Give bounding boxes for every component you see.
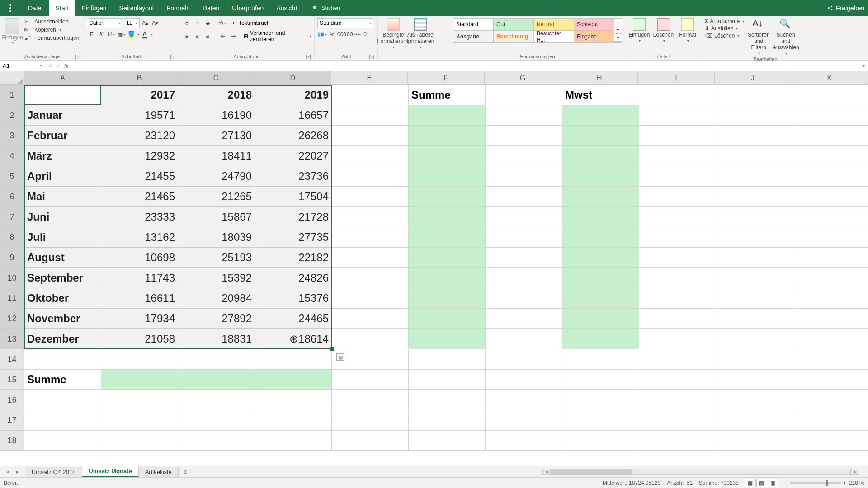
cell-E18[interactable]: [332, 431, 409, 451]
style-eingabe[interactable]: Eingabe: [574, 31, 614, 42]
tab-ueberpruefen[interactable]: Überprüfen: [226, 0, 270, 16]
cell-B5[interactable]: 21455: [101, 166, 178, 187]
cell-D18[interactable]: [255, 431, 332, 451]
cell-J6[interactable]: [716, 187, 793, 207]
row-header-14[interactable]: 14: [0, 349, 24, 370]
cell-D15[interactable]: [255, 370, 332, 390]
cell-K17[interactable]: [793, 410, 868, 431]
cell-A14[interactable]: [24, 349, 101, 370]
cell-J2[interactable]: [716, 105, 793, 126]
cell-I12[interactable]: [639, 309, 716, 329]
cell-F15[interactable]: [409, 370, 486, 390]
cell-B17[interactable]: [101, 410, 178, 431]
cell-E16[interactable]: [332, 390, 409, 410]
cell-K4[interactable]: [793, 146, 868, 166]
tab-formeln[interactable]: Formeln: [160, 0, 196, 16]
delete-cells-button[interactable]: Löschen▾: [652, 18, 675, 43]
cell-A1[interactable]: [24, 85, 101, 105]
cell-E4[interactable]: [332, 146, 409, 166]
underline-button[interactable]: U▾: [107, 30, 116, 39]
cell-H11[interactable]: [562, 288, 639, 309]
styles-more[interactable]: ▾: [614, 34, 622, 42]
cell-B4[interactable]: 12932: [101, 146, 178, 166]
styles-scroll-down[interactable]: ▼: [614, 26, 622, 34]
wrap-text-button[interactable]: ↩Textumbruch: [232, 20, 270, 26]
sheet-tab[interactable]: Artikelliste: [139, 467, 179, 477]
cell-G17[interactable]: [486, 410, 562, 431]
cell-G5[interactable]: [486, 166, 562, 187]
cell-K18[interactable]: [793, 431, 868, 451]
merge-button[interactable]: ⊞Verbinden und zentrieren▾: [244, 30, 311, 42]
autosum-button[interactable]: ΣAutoSumme▾: [705, 18, 744, 24]
row-header-8[interactable]: 8: [0, 227, 24, 248]
cell-B2[interactable]: 19571: [101, 105, 178, 126]
cell-F16[interactable]: [409, 390, 486, 410]
cell-J7[interactable]: [716, 207, 793, 227]
row-header-13[interactable]: 13: [0, 329, 24, 349]
cell-C12[interactable]: 27892: [178, 309, 255, 329]
cell-A6[interactable]: Mai: [24, 187, 101, 207]
cell-I5[interactable]: [639, 166, 716, 187]
cell-F13[interactable]: [409, 329, 486, 349]
cell-E7[interactable]: [332, 207, 409, 227]
cell-F10[interactable]: [409, 268, 486, 288]
row-header-1[interactable]: 1: [0, 85, 24, 105]
row-header-16[interactable]: 16: [0, 390, 24, 410]
row-header-4[interactable]: 4: [0, 146, 24, 166]
cell-F17[interactable]: [409, 410, 486, 431]
cell-F5[interactable]: [409, 166, 486, 187]
cell-K14[interactable]: [793, 349, 868, 370]
cell-E9[interactable]: [332, 248, 409, 268]
cell-K9[interactable]: [793, 248, 868, 268]
col-header-D[interactable]: D: [255, 71, 331, 85]
cell-E10[interactable]: [332, 268, 409, 288]
cell-I7[interactable]: [639, 207, 716, 227]
cell-I1[interactable]: [639, 85, 716, 105]
cell-G18[interactable]: [486, 431, 562, 451]
horizontal-scrollbar[interactable]: ◄►: [542, 468, 859, 475]
cell-C15[interactable]: [178, 370, 255, 390]
cell-A18[interactable]: [24, 431, 101, 451]
cell-F1[interactable]: Summe: [409, 85, 486, 105]
cell-K7[interactable]: [793, 207, 868, 227]
cell-D12[interactable]: 24465: [255, 309, 332, 329]
number-format-select[interactable]: Standard▾: [317, 18, 373, 28]
cell-B18[interactable]: [101, 431, 178, 451]
cell-H7[interactable]: [562, 207, 639, 227]
cell-A11[interactable]: Oktober: [24, 288, 101, 309]
row-header-5[interactable]: 5: [0, 166, 24, 187]
cell-J15[interactable]: [716, 370, 793, 390]
cell-J3[interactable]: [716, 126, 793, 146]
add-sheet-button[interactable]: ⊕: [179, 467, 192, 477]
cell-C9[interactable]: 25193: [178, 248, 255, 268]
row-header-10[interactable]: 10: [0, 268, 24, 288]
cell-K10[interactable]: [793, 268, 868, 288]
tab-start[interactable]: Start: [49, 0, 75, 16]
cell-I6[interactable]: [639, 187, 716, 207]
cell-D16[interactable]: [255, 390, 332, 410]
clear-button[interactable]: ⌫Löschen▾: [705, 33, 744, 39]
cell-H14[interactable]: [562, 349, 639, 370]
cell-E17[interactable]: [332, 410, 409, 431]
worksheet-grid[interactable]: ABCDEFGHIJK 123456789101112131415161718 …: [0, 71, 868, 466]
cell-B1[interactable]: 2017: [101, 85, 178, 105]
cell-K11[interactable]: [793, 288, 868, 309]
cell-J5[interactable]: [716, 166, 793, 187]
font-name-select[interactable]: Calibri▾: [87, 18, 123, 28]
row-header-3[interactable]: 3: [0, 126, 24, 146]
cell-I16[interactable]: [639, 390, 716, 410]
style-ausgabe[interactable]: Ausgabe: [453, 31, 493, 42]
row-header-17[interactable]: 17: [0, 410, 24, 431]
cell-K12[interactable]: [793, 309, 868, 329]
cell-H15[interactable]: [562, 370, 639, 390]
increase-decimal[interactable]: .00→: [347, 30, 356, 39]
tell-me-search[interactable]: Suchen: [312, 5, 340, 11]
cell-D9[interactable]: 22182: [255, 248, 332, 268]
cell-C18[interactable]: [178, 431, 255, 451]
cell-G3[interactable]: [486, 126, 562, 146]
decrease-decimal[interactable]: ←.0: [357, 30, 366, 39]
cell-J12[interactable]: [716, 309, 793, 329]
cell-I18[interactable]: [639, 431, 716, 451]
cell-D13[interactable]: ⊕18614: [255, 329, 332, 349]
cell-D11[interactable]: 15376: [255, 288, 332, 309]
